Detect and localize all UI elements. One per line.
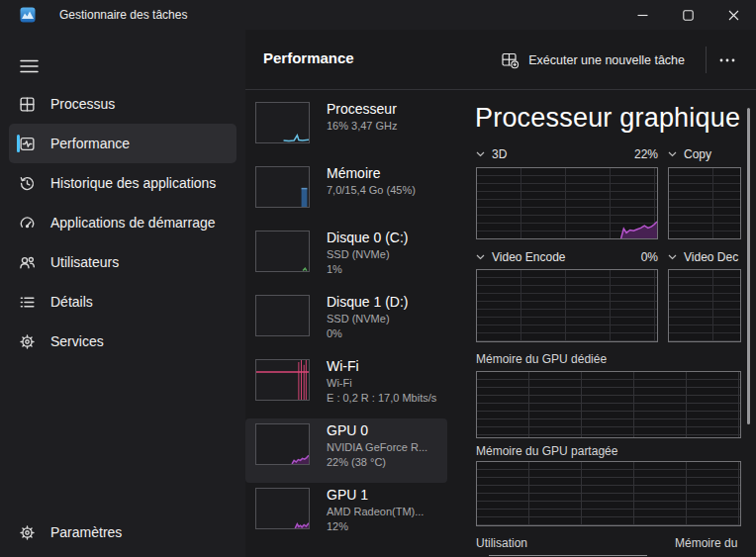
- gpu1-sparkline: [255, 488, 310, 529]
- cpu-sparkline: [255, 102, 310, 143]
- gpu-panel-title: Processeur graphique: [475, 103, 740, 134]
- perf-item-stat: 7,0/15,4 Go (45%): [327, 183, 443, 198]
- sidebar-item-demarrage[interactable]: Applications de démarrage: [9, 203, 236, 242]
- wifi-sparkline: [255, 359, 310, 401]
- gpu0-sparkline: [255, 423, 310, 465]
- perf-item-gpu1[interactable]: GPU 1 AMD Radeon(TM)... 12%: [245, 483, 447, 547]
- sidebar-item-details[interactable]: Détails: [9, 282, 236, 322]
- perf-item-stat: SSD (NVMe): [327, 312, 443, 326]
- vertical-scrollbar[interactable]: [747, 108, 750, 424]
- engine-value-video-encode: 0%: [574, 250, 658, 264]
- task-manager-logo-icon: [20, 7, 36, 23]
- perf-item-name: Mémoire: [327, 164, 443, 183]
- perf-item-stat: SSD (NVMe): [327, 247, 443, 262]
- performance-list: Processeur 16% 3,47 GHz Mémoire 7,0/15,4…: [245, 97, 455, 547]
- engine-label: Copy: [684, 147, 711, 161]
- run-new-task-button[interactable]: Exécuter une nouvelle tâche: [492, 46, 695, 74]
- perf-item-wifi[interactable]: Wi-Fi Wi-Fi E : 0,2 R : 17,0 Mbits/s: [245, 354, 447, 418]
- engine-label: 3D: [492, 147, 507, 161]
- more-options-button[interactable]: [712, 46, 742, 74]
- processes-grid-icon: [19, 96, 36, 113]
- engine-label: Video Encode: [492, 250, 566, 264]
- perf-item-stat: Wi-Fi: [327, 376, 443, 391]
- window-controls: [619, 0, 756, 30]
- dedicated-memory-chart: [476, 371, 741, 438]
- engine-label: Video Dec: [684, 250, 738, 264]
- gear-icon: [19, 524, 36, 541]
- memoire-du-label: Mémoire du: [675, 536, 737, 550]
- perf-item-stat: NVIDIA GeForce R...: [327, 440, 443, 455]
- disk0-sparkline: [255, 231, 310, 272]
- sidebar: Processus Performance Historique des app…: [0, 30, 245, 557]
- sidebar-item-services[interactable]: Services: [9, 322, 236, 361]
- content-header: Performance Exécuter une nouvelle tâche: [245, 30, 756, 90]
- sidebar-item-utilisateurs[interactable]: Utilisateurs: [9, 242, 236, 282]
- gpu-detail-panel: Processeur graphique 3D 22% Copy Video E…: [455, 94, 756, 557]
- window-title: Gestionnaire des tâches: [59, 8, 187, 22]
- services-gear-icon: [19, 333, 36, 350]
- titlebar: Gestionnaire des tâches: [0, 0, 756, 30]
- perf-item-stat: 0%: [327, 326, 443, 341]
- perf-item-disque0[interactable]: Disque 0 (C:) SSD (NVMe) 1%: [245, 226, 447, 290]
- shared-memory-chart: [476, 461, 741, 526]
- perf-item-stat: 1%: [327, 262, 443, 277]
- users-icon: [19, 254, 36, 271]
- chevron-down-icon: [476, 254, 485, 260]
- performance-pulse-icon: [19, 136, 36, 152]
- ellipsis-icon: [719, 58, 735, 62]
- chevron-down-icon: [476, 151, 485, 157]
- window-grid-plus-icon: [502, 52, 520, 69]
- perf-item-memoire[interactable]: Mémoire 7,0/15,4 Go (45%): [245, 161, 447, 226]
- close-button[interactable]: [710, 0, 756, 30]
- sidebar-item-label: Applications de démarrage: [50, 214, 217, 232]
- engine-header-video-decode[interactable]: Video Dec: [668, 250, 738, 264]
- sidebar-item-label: Utilisateurs: [50, 253, 217, 271]
- sidebar-item-processus[interactable]: Processus: [9, 84, 236, 124]
- content-area: Performance Exécuter une nouvelle tâche: [245, 30, 756, 557]
- perf-item-name: Disque 1 (D:): [327, 293, 443, 312]
- perf-item-disque1[interactable]: Disque 1 (D:) SSD (NVMe) 0%: [245, 290, 447, 354]
- hamburger-menu-icon[interactable]: [14, 52, 44, 80]
- content-body: Processeur 16% 3,47 GHz Mémoire 7,0/15,4…: [245, 89, 756, 557]
- chevron-down-icon: [668, 151, 677, 157]
- engine-header-video-encode[interactable]: Video Encode: [476, 250, 566, 264]
- engine-chart-3d: [476, 167, 658, 239]
- perf-item-stat: 12%: [327, 519, 443, 534]
- run-new-task-label: Exécuter une nouvelle tâche: [528, 53, 685, 67]
- engine-chart-copy: [668, 167, 741, 239]
- sidebar-item-parametres[interactable]: Paramètres: [9, 513, 236, 551]
- perf-item-stat: 22% (38 °C): [327, 455, 443, 470]
- engine-header-3d[interactable]: 3D: [476, 147, 507, 161]
- startup-gauge-icon: [19, 215, 36, 232]
- engine-header-copy[interactable]: Copy: [668, 147, 711, 161]
- shared-memory-label: Mémoire du GPU partagée: [476, 444, 617, 458]
- perf-item-name: GPU 1: [327, 486, 443, 505]
- engine-value-3d: 22%: [574, 147, 658, 161]
- utilisation-label: Utilisation: [476, 536, 527, 550]
- page-title: Performance: [263, 49, 354, 66]
- perf-item-stat: E : 0,2 R : 17,0 Mbits/s: [327, 391, 443, 406]
- sidebar-item-historique[interactable]: Historique des applications: [9, 163, 236, 203]
- memory-sparkline: [255, 166, 310, 208]
- engine-chart-video-encode: [476, 269, 658, 342]
- details-list-icon: [19, 294, 36, 311]
- chevron-down-icon: [668, 254, 677, 260]
- sidebar-item-label: Paramètres: [50, 524, 122, 540]
- header-divider: [706, 46, 707, 73]
- minimize-button[interactable]: [619, 0, 665, 30]
- engine-chart-video-decode: [668, 269, 741, 342]
- dedicated-memory-label: Mémoire du GPU dédiée: [476, 352, 607, 366]
- sidebar-item-label: Performance: [50, 135, 217, 152]
- sidebar-item-label: Services: [50, 332, 217, 350]
- history-clock-icon: [19, 175, 36, 192]
- sidebar-item-label: Détails: [50, 293, 217, 311]
- sidebar-nav: Processus Performance Historique des app…: [0, 84, 245, 361]
- perf-item-processeur[interactable]: Processeur 16% 3,47 GHz: [245, 97, 447, 161]
- maximize-button[interactable]: [665, 0, 710, 30]
- perf-item-name: GPU 0: [327, 421, 443, 440]
- sidebar-item-label: Processus: [50, 95, 217, 113]
- task-manager-window: Gestionnaire des tâches Processus: [0, 0, 756, 557]
- perf-item-gpu0[interactable]: GPU 0 NVIDIA GeForce R... 22% (38 °C): [245, 418, 447, 483]
- perf-item-name: Disque 0 (C:): [327, 229, 443, 247]
- sidebar-item-performance[interactable]: Performance: [9, 124, 236, 163]
